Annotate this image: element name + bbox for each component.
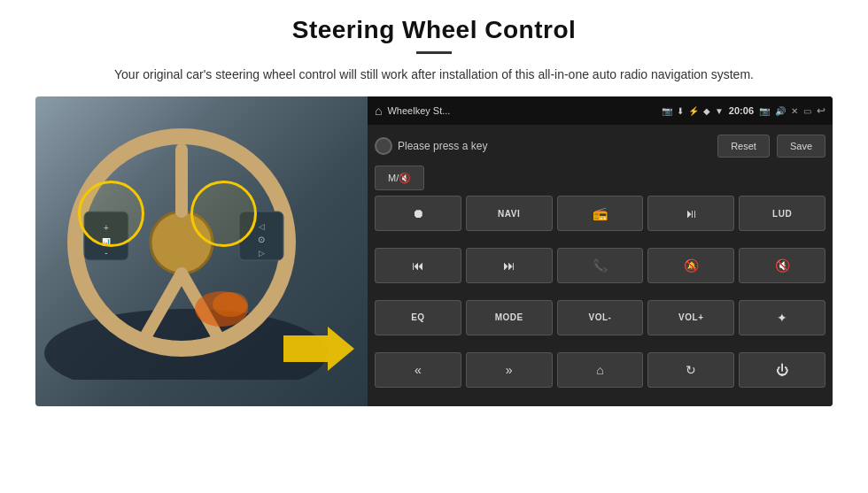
top-controls-row: Please press a key Reset Save [375, 132, 825, 160]
page-title: Steering Wheel Control [292, 16, 577, 44]
radio-icon: 📻 [593, 206, 608, 220]
app-area: Please press a key Reset Save M/🔇 ⏺ NAVI… [368, 125, 833, 406]
eq-label: EQ [411, 312, 424, 322]
prev-track-icon: ⏮ [412, 258, 424, 273]
bluetooth-button[interactable]: ✦ [739, 300, 825, 335]
status-app-title: Wheelkey St... [387, 105, 655, 116]
svg-text:-: - [105, 248, 107, 258]
status-bar: ⌂ Wheelkey St... 📷 ⬇ ⚡ ◆ ▼ 20:06 📷 🔊 ✕ ▭… [368, 96, 833, 125]
status-icons-group: 📷 ⬇ ⚡ ◆ ▼ [662, 106, 724, 116]
mute-row: M/🔇 [375, 166, 825, 190]
navi-button[interactable]: NAVI [466, 196, 553, 231]
page-subtitle: Your original car's steering wheel contr… [114, 65, 754, 84]
vol-minus-button[interactable]: VOL- [557, 300, 644, 335]
eq-button[interactable]: EQ [375, 300, 461, 335]
vol-plus-label: VOL+ [678, 312, 703, 322]
no-signal-icon: 🔕 [684, 258, 699, 273]
next-track-icon: ⏭ [503, 258, 515, 273]
key-circle-indicator [375, 137, 392, 155]
source-button[interactable]: ⏺ [375, 196, 461, 231]
navi-label: NAVI [498, 209, 520, 219]
usb-status-icon: ⚡ [688, 106, 699, 116]
key-indicator: Please press a key [375, 137, 710, 155]
key-prompt-text: Please press a key [398, 140, 487, 152]
svg-text:⊙: ⊙ [258, 235, 265, 244]
back-icon[interactable]: ↩ [817, 104, 825, 117]
phone-icon: 📞 [593, 258, 608, 273]
vol-minus-label: VOL- [589, 312, 612, 322]
rewind-button[interactable]: « [375, 352, 461, 388]
source-icon: ⏺ [412, 206, 424, 220]
volume-icon[interactable]: 🔊 [775, 106, 786, 116]
repeat-icon: ↻ [686, 363, 696, 377]
mute-vol-icon: 🔇 [775, 258, 790, 273]
reset-button[interactable]: Reset [717, 135, 770, 158]
highlight-circle-left [78, 181, 144, 247]
window-icon[interactable]: ▭ [803, 106, 811, 116]
home-nav-button[interactable]: ⌂ [557, 352, 644, 388]
bluetooth-icon: ✦ [777, 311, 787, 325]
save-button[interactable]: Save [777, 135, 825, 158]
mute-label: M/🔇 [388, 173, 411, 184]
phone-button[interactable]: 📞 [557, 248, 644, 283]
play-pause-button[interactable]: ⏯ [647, 196, 734, 231]
mode-label: MODE [495, 312, 523, 322]
screenshot-icon: 📷 [759, 106, 770, 116]
download-status-icon: ⬇ [677, 106, 684, 116]
mode-button[interactable]: MODE [466, 300, 553, 335]
svg-marker-16 [283, 327, 354, 371]
rewind-icon: « [415, 363, 422, 377]
repeat-button[interactable]: ↻ [647, 352, 734, 388]
power-button[interactable]: ⏻ [739, 352, 825, 388]
signal-icon: ◆ [703, 106, 710, 116]
button-grid: ⏺ NAVI 📻 ⏯ LUD ⏮ ⏭ 📞 🔕 🔇 EQ MODE VOL- VO… [375, 196, 825, 399]
title-divider [416, 51, 452, 54]
svg-text:◁: ◁ [259, 222, 265, 231]
svg-point-15 [213, 292, 248, 317]
content-row: + 📊 - ◁ ⊙ ▷ ⌂ [35, 96, 833, 406]
camera-status-icon: 📷 [662, 106, 672, 116]
radio-button[interactable]: 📻 [557, 196, 644, 231]
no-signal-button[interactable]: 🔕 [647, 248, 734, 283]
steering-wheel-photo: + 📊 - ◁ ⊙ ▷ [35, 96, 368, 406]
lud-button[interactable]: LUD [739, 196, 825, 231]
power-icon: ⏻ [776, 363, 788, 377]
mute-vol-button[interactable]: 🔇 [739, 248, 825, 283]
home-nav-icon: ⌂ [596, 363, 603, 377]
home-icon[interactable]: ⌂ [375, 104, 382, 118]
fast-forward-icon: » [506, 363, 513, 377]
close-icon[interactable]: ✕ [791, 106, 798, 116]
next-track-button[interactable]: ⏭ [466, 248, 553, 283]
svg-text:▷: ▷ [259, 249, 265, 258]
head-unit-panel: ⌂ Wheelkey St... 📷 ⬇ ⚡ ◆ ▼ 20:06 📷 🔊 ✕ ▭… [368, 96, 833, 406]
fast-forward-button[interactable]: » [466, 352, 553, 388]
mute-button[interactable]: M/🔇 [375, 166, 424, 190]
vol-plus-button[interactable]: VOL+ [647, 300, 734, 335]
lud-label: LUD [772, 209, 792, 219]
highlight-circle-right [190, 181, 257, 247]
wifi-icon: ▼ [715, 106, 724, 116]
status-time: 20:06 [729, 105, 754, 116]
arrow-icon [283, 327, 354, 371]
prev-track-button[interactable]: ⏮ [375, 248, 461, 283]
play-pause-icon: ⏯ [685, 206, 697, 220]
